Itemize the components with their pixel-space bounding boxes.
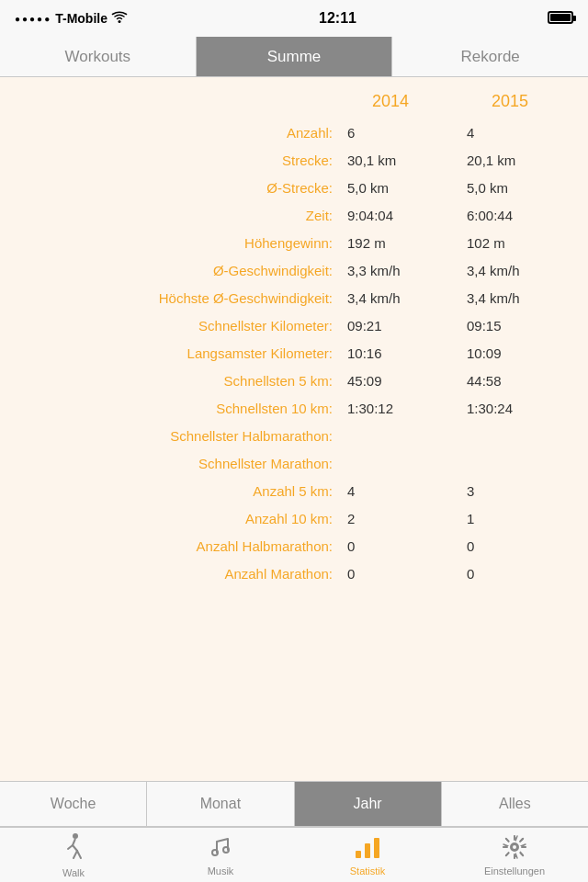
table-row: Höhengewinn:192 m102 m bbox=[9, 229, 579, 256]
table-row: Schnellsten 5 km:45:0944:58 bbox=[9, 367, 579, 394]
table-row: Ø-Geschwindigkeit:3,3 km/h3,4 km/h bbox=[9, 256, 579, 284]
stat-label: Schnellsten 5 km: bbox=[9, 373, 340, 389]
table-row: Anzahl:64 bbox=[9, 119, 579, 146]
battery-container bbox=[548, 11, 573, 27]
stat-label: Schnellsten 10 km: bbox=[9, 401, 340, 416]
stat-val-2014: 09:21 bbox=[340, 318, 459, 334]
stat-val-2015: 3 bbox=[459, 483, 579, 499]
stats-icon bbox=[354, 834, 381, 864]
stat-val-2014: 3,3 km/h bbox=[340, 263, 459, 278]
tab-statistik-label: Statistik bbox=[350, 865, 386, 876]
svg-line-2 bbox=[73, 839, 75, 845]
wifi-icon bbox=[111, 11, 128, 27]
stat-val-2015: 102 m bbox=[459, 235, 579, 251]
status-bar: ●●●●● T-Mobile 12:11 bbox=[0, 0, 588, 37]
year-2014: 2014 bbox=[331, 92, 450, 111]
svg-rect-9 bbox=[356, 851, 361, 858]
stat-label: Höhengewinn: bbox=[9, 235, 340, 251]
stat-label: Strecke: bbox=[9, 153, 340, 168]
svg-point-0 bbox=[118, 20, 120, 23]
stat-val-2015: 20,1 km bbox=[459, 153, 579, 168]
stat-label: Schnellster Halbmarathon: bbox=[9, 428, 340, 444]
tab-workouts[interactable]: Workouts bbox=[0, 37, 197, 76]
music-icon bbox=[208, 834, 233, 864]
svg-point-8 bbox=[223, 847, 229, 853]
stat-val-2015: 1 bbox=[459, 511, 579, 526]
tab-summe[interactable]: Summe bbox=[197, 37, 393, 76]
table-row: Schnellster Marathon: bbox=[9, 449, 579, 477]
stat-val-2014: 9:04:04 bbox=[340, 208, 459, 223]
stat-val-2015: 3,4 km/h bbox=[459, 290, 579, 306]
table-row: Anzahl 10 km:21 bbox=[9, 504, 579, 532]
stat-val-2015: 5,0 km bbox=[459, 180, 579, 196]
svg-point-13 bbox=[512, 844, 517, 850]
stat-val-2014: 4 bbox=[340, 483, 459, 499]
stat-val-2015: 3,4 km/h bbox=[459, 263, 579, 278]
year-header-row: 2014 2015 bbox=[9, 88, 570, 119]
period-tab-bar: Woche Monat Jahr Alles bbox=[0, 781, 588, 827]
tab-einstellungen-label: Einstellungen bbox=[484, 865, 545, 876]
table-row: Anzahl 5 km:43 bbox=[9, 477, 579, 504]
walk-icon bbox=[61, 832, 86, 865]
table-row: Höchste Ø-Geschwindigkeit:3,4 km/h3,4 km… bbox=[9, 284, 579, 311]
stat-label: Schnellster Marathon: bbox=[9, 456, 340, 471]
table-row: Zeit:9:04:046:00:44 bbox=[9, 201, 579, 229]
stat-val-2015: 0 bbox=[459, 566, 579, 582]
table-row: Strecke:30,1 km20,1 km bbox=[9, 146, 579, 174]
stat-val-2014: 0 bbox=[340, 566, 459, 582]
stat-label: Anzahl 10 km: bbox=[9, 511, 340, 526]
stat-val-2015: 44:58 bbox=[459, 373, 579, 389]
stat-label: Anzahl 5 km: bbox=[9, 483, 340, 499]
stat-val-2014: 6 bbox=[340, 125, 459, 141]
table-row: Langsamster Kilometer:10:1610:09 bbox=[9, 339, 579, 367]
signal-dots: ●●●●● bbox=[15, 14, 51, 24]
table-row: Ø-Strecke:5,0 km5,0 km bbox=[9, 174, 579, 201]
stat-val-2015: 10:09 bbox=[459, 345, 579, 361]
stat-label: Schnellster Kilometer: bbox=[9, 318, 340, 334]
content-area: 2014 2015 Anzahl:64Strecke:30,1 km20,1 k… bbox=[0, 77, 588, 781]
tab-alles[interactable]: Alles bbox=[442, 782, 588, 826]
tab-statistik[interactable]: Statistik bbox=[294, 828, 441, 882]
stat-val-2015: 1:30:24 bbox=[459, 401, 579, 416]
stat-val-2015: 09:15 bbox=[459, 318, 579, 334]
tab-einstellungen[interactable]: Einstellungen bbox=[441, 828, 588, 882]
stat-val-2015: 0 bbox=[459, 538, 579, 554]
status-time: 12:11 bbox=[319, 10, 356, 27]
table-row: Anzahl Marathon:00 bbox=[9, 560, 579, 587]
svg-line-20 bbox=[520, 838, 523, 841]
svg-line-5 bbox=[74, 851, 77, 858]
tab-woche[interactable]: Woche bbox=[0, 782, 147, 826]
stat-val-2014: 3,4 km/h bbox=[340, 290, 459, 306]
tab-walk-label: Walk bbox=[62, 867, 85, 878]
stat-label: Zeit: bbox=[9, 208, 340, 223]
tab-musik[interactable]: Musik bbox=[147, 828, 294, 882]
svg-line-18 bbox=[506, 838, 509, 841]
table-row: Schnellsten 10 km:1:30:121:30:24 bbox=[9, 394, 579, 422]
bottom-tab-bar: Walk Musik Statistik bbox=[0, 827, 588, 882]
stat-label: Anzahl Marathon: bbox=[9, 566, 340, 582]
top-tab-bar: Workouts Summe Rekorde bbox=[0, 37, 588, 77]
stat-val-2014: 10:16 bbox=[340, 345, 459, 361]
table-row: Schnellster Halbmarathon: bbox=[9, 422, 579, 449]
stats-table: 2014 2015 Anzahl:64Strecke:30,1 km20,1 k… bbox=[0, 88, 588, 587]
stat-val-2015: 6:00:44 bbox=[459, 208, 579, 223]
svg-line-21 bbox=[506, 853, 509, 855]
tab-walk[interactable]: Walk bbox=[0, 828, 147, 882]
svg-point-1 bbox=[73, 833, 78, 839]
stat-val-2014: 45:09 bbox=[340, 373, 459, 389]
stat-label: Anzahl Halbmarathon: bbox=[9, 538, 340, 554]
tab-rekorde[interactable]: Rekorde bbox=[392, 37, 588, 76]
stat-val-2014: 192 m bbox=[340, 235, 459, 251]
table-row: Anzahl Halbmarathon:00 bbox=[9, 532, 579, 560]
stat-val-2014: 0 bbox=[340, 538, 459, 554]
svg-line-4 bbox=[73, 845, 77, 851]
svg-rect-11 bbox=[374, 838, 379, 858]
stat-val-2014: 2 bbox=[340, 511, 459, 526]
gear-icon bbox=[502, 834, 527, 864]
svg-rect-10 bbox=[365, 843, 370, 858]
stat-label: Ø-Geschwindigkeit: bbox=[9, 263, 340, 278]
svg-point-7 bbox=[212, 850, 218, 855]
tab-monat[interactable]: Monat bbox=[147, 782, 294, 826]
stat-label: Ø-Strecke: bbox=[9, 180, 340, 196]
tab-jahr[interactable]: Jahr bbox=[295, 782, 442, 826]
